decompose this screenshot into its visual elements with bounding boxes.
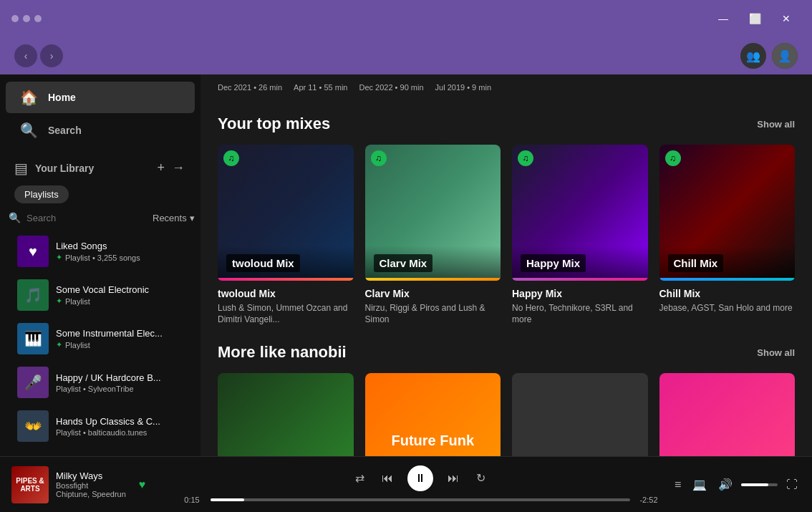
volume-fill: [741, 483, 768, 486]
spotify-icon-0: ♫: [223, 150, 239, 166]
player-track-thumbnail: PIPES & ARTS: [11, 466, 49, 503]
playlist-item[interactable]: 🎵 Some Vocal Electronic ✦ Playlist: [6, 274, 195, 317]
more-like-card-2[interactable]: Future Funk: [365, 373, 501, 456]
more-like-thumb-2: Future Funk: [365, 373, 501, 456]
mix-card-subtitle-3: Jebase, AGST, San Holo and more: [659, 302, 796, 314]
more-like-section: More like nanobii Show all Future Funk: [218, 343, 795, 456]
more-like-card-1[interactable]: [218, 373, 354, 456]
sidebar-search-label: Search: [48, 125, 82, 136]
top-mixes-title: Your top mixes: [218, 115, 330, 133]
mix-card-0[interactable]: ♫ twoloud Mix twoloud Mix Lush & Simon, …: [218, 145, 354, 326]
sidebar-home-label: Home: [48, 92, 76, 103]
search-icon: 🔍: [20, 122, 38, 139]
sidebar-search-icon: 🔍: [9, 212, 21, 223]
mix-card-overlay-0: twoloud Mix: [218, 246, 354, 281]
home-icon: 🏠: [20, 89, 38, 106]
mix-card-3[interactable]: ♫ Chill Mix Chill Mix Jebase, AGST, San …: [659, 145, 796, 326]
playlist-thumb: 👐: [17, 410, 49, 442]
maximize-button[interactable]: ⬜: [740, 8, 769, 29]
history-item: Dec 2021 • 26 min: [218, 83, 282, 92]
playlists-filter-button[interactable]: Playlists: [14, 185, 69, 203]
mix-card-1[interactable]: ♫ Clarv Mix Clarv Mix Nirzu, Riggi & Pir…: [365, 145, 501, 326]
top-mixes-show-all[interactable]: Show all: [757, 119, 795, 130]
sidebar-nav: 🏠 Home 🔍 Search: [0, 74, 200, 153]
recents-chevron-icon: ▾: [190, 213, 195, 223]
mix-card-subtitle-0: Lush & Simon, Ummet Ozcan and Dimitri Va…: [218, 302, 354, 327]
more-like-thumb-4: [659, 373, 796, 456]
playlist-meta-text: Playlist: [65, 297, 90, 306]
mix-card-thumb-0: ♫ twoloud Mix: [218, 145, 354, 281]
title-dot-3: [34, 15, 42, 22]
playlist-item[interactable]: ♥ Liked Songs ✦ Playlist • 3,255 songs: [6, 230, 195, 273]
sidebar-search-input[interactable]: [26, 213, 147, 223]
more-like-card-4[interactable]: [659, 373, 796, 456]
playlist-badge: ✦: [56, 253, 62, 262]
play-pause-button[interactable]: ⏸: [407, 465, 433, 491]
progress-bar[interactable]: [211, 498, 630, 501]
mix-card-label-2: Happy Mix: [521, 254, 586, 272]
mix-card-thumb-1: ♫ Clarv Mix: [365, 145, 501, 281]
close-button[interactable]: ✕: [772, 8, 801, 29]
volume-bar[interactable]: [741, 483, 778, 486]
like-button[interactable]: ♥: [139, 478, 146, 491]
player-progress: 0:15 -2:52: [180, 496, 660, 504]
mix-card-title-1: Clarv Mix: [365, 288, 501, 299]
forward-button[interactable]: ›: [40, 44, 63, 67]
history-strip: Dec 2021 • 26 minApr 11 • 55 minDec 2022…: [218, 74, 795, 97]
mix-card-overlay-2: Happy Mix: [512, 246, 648, 281]
playlist-meta: ✦ Playlist: [56, 296, 149, 306]
history-item: Apr 11 • 55 min: [294, 83, 347, 92]
mix-card-subtitle-2: No Hero, Technikore, S3RL and more: [512, 302, 648, 327]
mix-card-bar-1: [365, 278, 501, 281]
title-dot-1: [11, 15, 19, 22]
mix-card-title-0: twoloud Mix: [218, 288, 354, 299]
playlist-meta: ✦ Playlist • 3,255 songs: [56, 253, 140, 262]
repeat-button[interactable]: ↻: [473, 468, 488, 488]
spotify-icon-2: ♫: [518, 150, 533, 166]
mix-card-bar-0: [218, 278, 354, 281]
add-library-button[interactable]: +: [155, 159, 166, 177]
devices-button[interactable]: 💻: [690, 475, 710, 494]
playlist-thumb: 🎤: [17, 367, 49, 398]
title-bar: — ⬜ ✕: [0, 0, 812, 37]
expand-library-button[interactable]: →: [170, 159, 186, 177]
playlist-name: Some Instrumental Elec...: [56, 328, 163, 339]
top-mixes-section: Your top mixes Show all ♫ twoloud Mix tw…: [218, 115, 795, 326]
friends-button[interactable]: 👥: [740, 43, 766, 69]
playlist-item[interactable]: 👐 Hands Up Classics & C... Playlist • ba…: [6, 405, 195, 448]
history-item: Dec 2022 • 90 min: [359, 83, 423, 92]
sidebar-item-search[interactable]: 🔍 Search: [6, 115, 195, 146]
more-like-card-3[interactable]: [512, 373, 648, 456]
mix-card-bar-2: [512, 278, 648, 281]
library-icon: ▤: [14, 160, 28, 177]
sidebar-search-bar: 🔍 Recents ▾: [0, 209, 200, 226]
more-like-title: More like nanobii: [218, 343, 347, 362]
player-track-artist: Bossfight: [56, 481, 126, 490]
playlist-meta-text: Playlist • 3,255 songs: [65, 253, 140, 262]
sidebar-item-home[interactable]: 🏠 Home: [6, 82, 195, 113]
queue-button[interactable]: ≡: [672, 475, 684, 494]
shuffle-button[interactable]: ⇄: [352, 468, 367, 488]
recents-dropdown-button[interactable]: Recents ▾: [153, 213, 195, 223]
previous-button[interactable]: ⏮: [379, 469, 396, 488]
sidebar: 🏠 Home 🔍 Search ▤ Your Library + → Playl…: [0, 74, 200, 456]
playlists-filter: Playlists: [0, 183, 200, 209]
volume-button[interactable]: 🔊: [715, 475, 735, 494]
fullscreen-button[interactable]: ⛶: [783, 475, 801, 494]
mix-card-label-0: twoloud Mix: [226, 254, 300, 272]
more-like-show-all[interactable]: Show all: [757, 347, 795, 358]
playlist-item[interactable]: 🎹 Some Instrumental Elec... ✦ Playlist: [6, 317, 195, 360]
back-button[interactable]: ‹: [14, 44, 37, 67]
next-button[interactable]: ⏭: [445, 469, 462, 488]
playlist-item[interactable]: 🎤 Happy / UK Hardcore B... Playlist • Sy…: [6, 361, 195, 404]
playlist-thumb: 🎵: [17, 279, 49, 311]
playlist-name: Happy / UK Hardcore B...: [56, 372, 161, 383]
avatar-button[interactable]: 👤: [772, 43, 798, 69]
playlist-name: Liked Songs: [56, 241, 140, 251]
playlist-name: Hands Up Classics & C...: [56, 416, 160, 427]
mix-card-overlay-1: Clarv Mix: [365, 246, 501, 281]
minimize-button[interactable]: —: [709, 8, 738, 29]
playlist-badge: ✦: [56, 340, 62, 349]
window-controls: — ⬜ ✕: [709, 8, 801, 29]
mix-card-2[interactable]: ♫ Happy Mix Happy Mix No Hero, Technikor…: [512, 145, 648, 326]
